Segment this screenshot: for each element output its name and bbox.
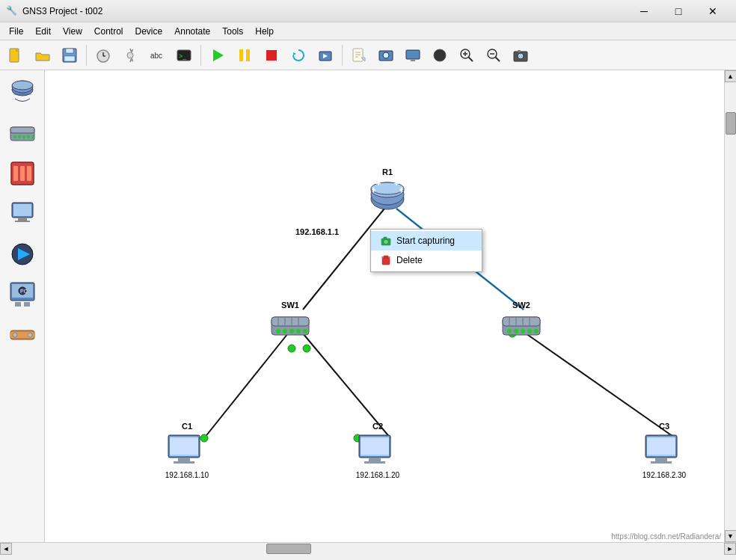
menu-help[interactable]: Help xyxy=(249,25,280,38)
svg-rect-53 xyxy=(27,166,31,181)
canvas[interactable]: 192.168.1.1 192.168.2.1 R1 SW1 xyxy=(45,70,724,542)
scroll-thumb[interactable] xyxy=(726,112,736,135)
svg-marker-12 xyxy=(213,49,224,61)
svg-text:>_: >_ xyxy=(179,52,187,60)
hscroll-track[interactable] xyxy=(12,543,724,555)
pause-button[interactable] xyxy=(232,43,257,68)
menu-control[interactable]: Control xyxy=(88,25,129,38)
svg-rect-128 xyxy=(384,256,388,258)
svg-point-102 xyxy=(527,329,532,333)
ctx-start-capturing[interactable]: Start capturing xyxy=(371,231,482,250)
svg-rect-13 xyxy=(239,49,243,61)
ctx-delete-label: Delete xyxy=(396,255,423,265)
svg-point-103 xyxy=(534,329,539,333)
menu-bar: File Edit View Control Device Annotate T… xyxy=(0,22,736,40)
scroll-up-button[interactable]: ▲ xyxy=(725,70,737,82)
svg-line-72 xyxy=(204,333,288,438)
save-button[interactable] xyxy=(57,43,82,68)
svg-rect-27 xyxy=(411,60,415,61)
svg-point-124 xyxy=(384,240,388,244)
svg-point-46 xyxy=(18,135,21,138)
node-c1[interactable]: C1 192.168.1.10 xyxy=(165,422,209,479)
scroll-track[interactable] xyxy=(725,82,737,530)
svg-point-91 xyxy=(296,329,301,333)
camera2-button[interactable] xyxy=(508,43,533,68)
display-button[interactable] xyxy=(400,43,426,68)
zoom-out-button[interactable] xyxy=(481,43,506,68)
maximize-button[interactable]: □ xyxy=(661,0,696,22)
scroll-down-button[interactable]: ▼ xyxy=(725,530,737,542)
toolbar-separator-2 xyxy=(200,45,201,66)
delete-icon xyxy=(380,254,392,266)
terminal-button[interactable]: >_ xyxy=(171,43,197,68)
notes-button[interactable] xyxy=(346,43,372,68)
sidebar-pc[interactable] xyxy=(6,197,39,230)
svg-rect-87 xyxy=(272,317,309,326)
window-title: GNS3 Project - t002 xyxy=(22,6,627,16)
sidebar-switch[interactable] xyxy=(6,117,39,150)
new-button[interactable] xyxy=(3,43,28,68)
sidebar-firewall[interactable] xyxy=(6,157,39,190)
svg-point-69 xyxy=(28,333,32,337)
context-menu: Start capturing Delete xyxy=(370,229,482,272)
ctx-start-capturing-label: Start capturing xyxy=(396,236,455,246)
svg-rect-14 xyxy=(246,49,250,61)
preferences-button[interactable] xyxy=(117,43,143,68)
svg-rect-56 xyxy=(18,218,27,221)
screenshot-button[interactable] xyxy=(373,43,399,68)
node-r1[interactable]: R1 xyxy=(365,167,410,214)
svg-rect-15 xyxy=(266,50,277,61)
svg-rect-121 xyxy=(651,461,672,464)
hscroll-right-button[interactable]: ► xyxy=(724,543,736,555)
menu-edit[interactable]: Edit xyxy=(29,25,57,38)
sidebar-cable[interactable] xyxy=(6,319,39,351)
node-c2-label: C2 xyxy=(372,422,383,431)
sidebar-media[interactable] xyxy=(6,238,39,271)
open-button[interactable] xyxy=(30,43,55,68)
ctx-delete[interactable]: Delete xyxy=(371,250,482,270)
svg-rect-122 xyxy=(647,438,675,455)
svg-rect-52 xyxy=(20,166,25,181)
timer-button[interactable] xyxy=(91,43,116,68)
virtualbox-button[interactable] xyxy=(313,43,338,68)
svg-rect-120 xyxy=(655,458,667,461)
main-layout: PC xyxy=(0,70,736,542)
svg-point-45 xyxy=(13,135,16,138)
minimize-button[interactable]: ─ xyxy=(627,0,661,22)
hscroll-left-button[interactable]: ◄ xyxy=(0,543,12,555)
zoom-in-button[interactable] xyxy=(454,43,479,68)
node-c2[interactable]: C2 192.168.1.20 xyxy=(355,422,400,479)
node-sw2[interactable]: SW2 xyxy=(499,301,544,339)
svg-rect-115 xyxy=(369,458,381,461)
node-c1-label: C1 xyxy=(182,422,192,431)
hscroll-thumb[interactable] xyxy=(266,544,311,554)
menu-annotate[interactable]: Annotate xyxy=(168,25,216,38)
close-button[interactable]: ✕ xyxy=(696,0,730,22)
horizontal-scrollbar[interactable]: ◄ ► xyxy=(0,542,736,554)
svg-rect-98 xyxy=(503,317,540,326)
vertical-scrollbar[interactable]: ▲ ▼ xyxy=(724,70,736,542)
menu-device[interactable]: Device xyxy=(129,25,169,38)
node-sw1[interactable]: SW1 xyxy=(268,301,313,339)
node-c3[interactable]: C3 192.168.2.30 xyxy=(642,422,687,479)
svg-rect-38 xyxy=(518,50,521,52)
svg-rect-57 xyxy=(15,221,30,222)
svg-point-37 xyxy=(518,53,524,59)
menu-file[interactable]: File xyxy=(3,25,29,38)
reload-button[interactable] xyxy=(286,43,311,68)
stop-button[interactable] xyxy=(259,43,284,68)
svg-rect-44 xyxy=(10,127,34,133)
sidebar-router[interactable] xyxy=(6,76,39,109)
svg-rect-63 xyxy=(24,302,30,307)
svg-rect-126 xyxy=(382,258,390,265)
ball-button[interactable] xyxy=(427,43,453,68)
svg-rect-55 xyxy=(13,204,31,216)
abc-button[interactable]: abc xyxy=(144,43,170,68)
menu-tools[interactable]: Tools xyxy=(216,25,249,38)
sidebar-security[interactable]: PC xyxy=(6,278,39,311)
node-sw1-label: SW1 xyxy=(281,301,299,310)
svg-point-100 xyxy=(514,329,518,333)
play-button[interactable] xyxy=(205,43,230,68)
svg-rect-112 xyxy=(170,438,198,455)
menu-view[interactable]: View xyxy=(57,25,88,38)
